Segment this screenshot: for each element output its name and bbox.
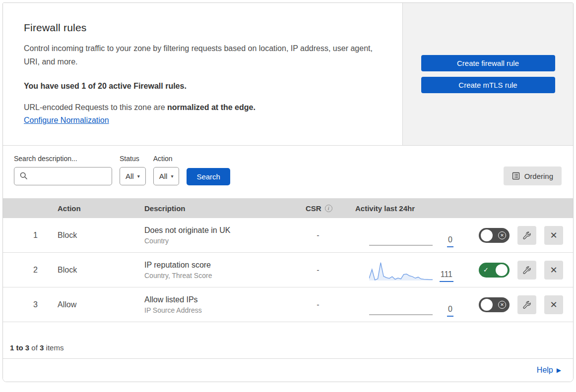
- items-label: items: [44, 343, 64, 352]
- normalization-bold-text: normalized at the edge.: [167, 103, 256, 112]
- table-header: Action Description CSR i Activity last 2…: [3, 198, 573, 218]
- search-group: Search description...: [14, 155, 112, 185]
- search-button[interactable]: Search: [187, 168, 230, 185]
- action-select-value: All: [159, 172, 168, 180]
- toggle-knob: [481, 299, 493, 311]
- activity-sparkline-flat: [369, 314, 433, 315]
- rule-criteria: IP Source Address: [144, 306, 296, 314]
- search-icon: [19, 171, 28, 180]
- edit-rule-button[interactable]: [517, 226, 536, 245]
- toggle-on-check-icon: ✓: [483, 266, 489, 274]
- help-label: Help: [537, 366, 553, 375]
- activity-cell: 0: [345, 218, 459, 252]
- table-row: 1 Block Does not originate in UK Country…: [3, 218, 573, 253]
- actions-panel: Create firewall rule Create mTLS rule: [403, 3, 573, 145]
- rules-list-section: Search description... Status All ▾ Actio…: [3, 145, 573, 359]
- action-filter-group: Action All ▾: [153, 155, 180, 185]
- table-row: 3 Allow Allow listed IPs IP Source Addre…: [3, 287, 573, 322]
- rule-csr-value: -: [296, 266, 330, 275]
- rule-priority: 2: [3, 266, 48, 275]
- activity-count-link[interactable]: 111: [440, 270, 453, 282]
- action-column-header: Action: [48, 204, 134, 213]
- close-icon: ✕: [550, 299, 557, 310]
- create-mtls-rule-button[interactable]: Create mTLS rule: [421, 77, 555, 93]
- items-range: 1 to 3: [10, 343, 29, 352]
- rule-controls: ✕ ✕: [459, 295, 573, 314]
- rule-action: Block: [48, 266, 134, 275]
- rule-description-cell: IP reputation score Country, Threat Scor…: [134, 261, 296, 280]
- toggle-off-x-icon: ✕: [498, 231, 506, 239]
- page-description: Control incoming traffic to your zone by…: [24, 42, 381, 68]
- search-input[interactable]: [14, 167, 112, 185]
- rule-action: Allow: [48, 300, 134, 309]
- rule-csr-value: -: [296, 231, 330, 240]
- status-select-value: All: [126, 172, 134, 180]
- rule-description: IP reputation score: [144, 261, 296, 270]
- rule-controls: ✕ ✕: [459, 226, 573, 245]
- activity-cell: 111: [345, 253, 459, 287]
- action-select[interactable]: All ▾: [153, 167, 180, 185]
- activity-count-link[interactable]: 0: [447, 305, 453, 317]
- actions-panel-buttons: Create firewall rule Create mTLS rule: [421, 55, 555, 93]
- rule-controls: ✓ ✕: [459, 261, 573, 280]
- search-field-wrap: [14, 167, 112, 185]
- chevron-down-icon: ▾: [137, 174, 140, 179]
- help-link[interactable]: Help ▶: [537, 366, 561, 375]
- configure-normalization-link[interactable]: Configure Normalization: [24, 116, 109, 125]
- normalization-notice: URL-encoded Requests to this zone are no…: [24, 103, 381, 112]
- toggle-knob: [496, 264, 508, 276]
- description-column-header: Description: [134, 204, 296, 213]
- rule-csr-value: -: [296, 300, 330, 309]
- header-section: Firewall rules Control incoming traffic …: [3, 3, 573, 145]
- ordering-button-label: Ordering: [524, 172, 553, 180]
- close-icon: ✕: [550, 265, 557, 276]
- chevron-down-icon: ▾: [171, 174, 173, 179]
- items-count: 1 to 3 of 3 items: [3, 322, 573, 359]
- edit-rule-button[interactable]: [517, 295, 536, 314]
- rule-action: Block: [48, 231, 134, 240]
- toggle-knob: [481, 229, 493, 241]
- create-firewall-rule-button[interactable]: Create firewall rule: [421, 55, 555, 71]
- delete-rule-button[interactable]: ✕: [544, 295, 563, 314]
- activity-column-header: Activity last 24hr: [345, 204, 459, 213]
- activity-cell: 0: [345, 287, 459, 322]
- firewall-rules-card: Firewall rules Control incoming traffic …: [2, 2, 574, 382]
- csr-column-header: CSR i: [296, 204, 345, 213]
- info-icon[interactable]: i: [325, 205, 332, 212]
- activity-sparkline-chart: [369, 260, 433, 282]
- rule-description-cell: Allow listed IPs IP Source Address: [134, 295, 296, 314]
- wrench-icon: [522, 230, 532, 240]
- normalization-text: URL-encoded Requests to this zone are: [24, 103, 167, 112]
- edit-rule-button[interactable]: [517, 261, 536, 280]
- status-filter-group: Status All ▾: [120, 155, 146, 185]
- ordering-button[interactable]: Ordering: [504, 167, 562, 185]
- wrench-icon: [522, 300, 532, 310]
- header-text-block: Firewall rules Control incoming traffic …: [3, 3, 403, 145]
- wrench-icon: [522, 265, 532, 275]
- rule-description: Does not originate in UK: [144, 226, 296, 235]
- table-row: 2 Block IP reputation score Country, Thr…: [3, 253, 573, 287]
- search-label: Search description...: [14, 155, 112, 163]
- activity-count-link[interactable]: 0: [447, 235, 453, 247]
- toggle-off-x-icon: ✕: [498, 301, 506, 309]
- arrow-right-icon: ▶: [557, 367, 561, 374]
- rule-enabled-toggle[interactable]: ✕: [479, 228, 510, 243]
- delete-rule-button[interactable]: ✕: [544, 261, 563, 280]
- action-label: Action: [153, 155, 180, 163]
- rule-criteria: Country, Threat Score: [144, 272, 296, 280]
- page-title: Firewall rules: [24, 22, 381, 34]
- usage-notice: You have used 1 of 20 active Firewall ru…: [24, 82, 381, 91]
- rule-enabled-toggle[interactable]: ✕: [479, 297, 510, 312]
- delete-rule-button[interactable]: ✕: [544, 226, 563, 245]
- rule-criteria: Country: [144, 237, 296, 245]
- csr-column-label: CSR: [306, 204, 321, 213]
- rule-description-cell: Does not originate in UK Country: [134, 226, 296, 245]
- status-label: Status: [120, 155, 146, 163]
- items-of-text: of: [29, 343, 40, 352]
- status-select[interactable]: All ▾: [120, 167, 146, 185]
- activity-sparkline-flat: [369, 245, 433, 246]
- ordered-list-icon: [512, 172, 520, 180]
- filter-bar: Search description... Status All ▾ Actio…: [3, 146, 573, 198]
- rule-priority: 3: [3, 300, 48, 309]
- rule-enabled-toggle[interactable]: ✓: [479, 263, 510, 278]
